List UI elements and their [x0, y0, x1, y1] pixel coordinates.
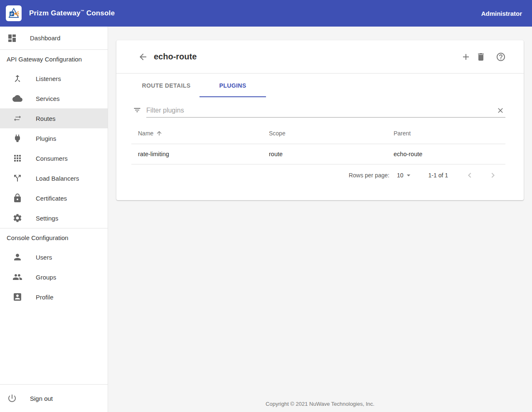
plugins-table: Name Scope Parent rate-limiting route ec…: [131, 123, 505, 164]
app-title: Prizm Gateway™ Console: [29, 9, 115, 17]
rows-per-page-select[interactable]: 10: [397, 171, 413, 179]
swap-arrows-icon: [12, 113, 22, 123]
sidebar-section-api-gateway: API Gateway Configuration: [0, 50, 108, 69]
sidebar-item-label: Consumers: [36, 155, 68, 162]
cell-plugin-parent: echo-route: [387, 151, 505, 157]
plug-icon: [12, 133, 22, 143]
delete-route-button[interactable]: [476, 52, 486, 62]
current-user-label[interactable]: Administrator: [481, 10, 522, 17]
sidebar-item-label: Users: [36, 254, 52, 261]
sidebar-item-groups[interactable]: Groups: [0, 267, 108, 287]
help-icon: [496, 52, 506, 62]
chevron-right-icon: [488, 170, 498, 180]
clear-filter-button[interactable]: [495, 105, 505, 115]
sign-out-button[interactable]: Sign out: [0, 384, 108, 412]
sidebar-item-label: Routes: [36, 115, 56, 122]
table-pagination: Rows per page: 10 1-1 of 1: [116, 164, 524, 186]
page-title: echo-route: [154, 52, 197, 61]
prizm-logo-icon: P: [6, 5, 22, 21]
cloud-icon: [12, 93, 22, 103]
column-header-parent[interactable]: Parent: [387, 130, 505, 137]
chevron-left-icon: [465, 170, 475, 180]
back-button[interactable]: [138, 52, 148, 62]
merge-icon: [12, 74, 22, 83]
table-row[interactable]: rate-limiting route echo-route: [131, 144, 505, 164]
tab-bar: ROUTE DETAILS PLUGINS: [116, 74, 524, 97]
tab-route-details[interactable]: ROUTE DETAILS: [133, 74, 200, 97]
rows-per-page-value: 10: [397, 172, 404, 179]
sidebar-item-label: Listeners: [36, 75, 61, 82]
sidebar-section-console-config: Console Configuration: [0, 228, 108, 247]
sidebar-item-services[interactable]: Services: [0, 88, 108, 108]
card-header: echo-route: [116, 40, 524, 74]
sidebar-item-label: Profile: [36, 294, 54, 301]
previous-page-button[interactable]: [465, 170, 475, 180]
rows-per-page-label: Rows per page:: [349, 172, 389, 179]
contact-card-icon: [12, 292, 22, 302]
sidebar-item-label: Plugins: [36, 135, 56, 142]
trash-icon: [476, 52, 486, 62]
filter-icon: [133, 106, 141, 114]
cell-plugin-name: rate-limiting: [131, 151, 262, 157]
gear-icon: [12, 213, 22, 223]
sort-ascending-icon: [156, 130, 163, 137]
sidebar-item-consumers[interactable]: Consumers: [0, 148, 108, 168]
add-plugin-button[interactable]: [461, 52, 471, 62]
sidebar-item-profile[interactable]: Profile: [0, 287, 108, 307]
filter-plugins-input[interactable]: [146, 105, 495, 116]
sidebar-item-label: Dashboard: [30, 34, 60, 42]
column-header-scope[interactable]: Scope: [262, 130, 387, 137]
sidebar-item-label: Certificates: [36, 195, 67, 202]
sidebar-item-plugins[interactable]: Plugins: [0, 128, 108, 148]
sidebar-item-users[interactable]: Users: [0, 247, 108, 267]
sidebar-item-dashboard[interactable]: Dashboard: [0, 27, 108, 50]
pagination-range: 1-1 of 1: [429, 172, 448, 179]
main-content: echo-route ROUTE DETAILS PLUGINS: [108, 27, 532, 412]
lock-icon: [12, 193, 22, 203]
power-icon: [7, 393, 17, 403]
sidebar-item-listeners[interactable]: Listeners: [0, 69, 108, 88]
dropdown-arrow-icon: [404, 171, 413, 179]
sidebar-item-label: Services: [36, 95, 60, 102]
cell-plugin-scope: route: [262, 151, 387, 157]
svg-text:P: P: [10, 12, 13, 16]
dashboard-icon: [7, 33, 17, 43]
back-arrow-icon: [138, 52, 148, 62]
apps-grid-icon: [12, 153, 22, 163]
close-icon: [496, 106, 505, 115]
sidebar-item-label: Settings: [36, 215, 58, 222]
sidebar-item-certificates[interactable]: Certificates: [0, 188, 108, 208]
sidebar-item-load-balancers[interactable]: Load Balancers: [0, 168, 108, 188]
next-page-button[interactable]: [488, 170, 498, 180]
person-icon: [12, 252, 22, 262]
table-header-row: Name Scope Parent: [131, 123, 505, 144]
app-bar: P Prizm Gateway™ Console Administrator: [0, 0, 532, 27]
column-header-name[interactable]: Name: [131, 130, 262, 137]
route-detail-card: echo-route ROUTE DETAILS PLUGINS: [116, 40, 524, 200]
filter-bar: [133, 102, 505, 118]
split-icon: [12, 173, 22, 183]
trademark-symbol: ™: [81, 9, 84, 13]
sidebar-item-label: Groups: [36, 274, 56, 281]
sign-out-label: Sign out: [30, 395, 53, 402]
people-icon: [12, 272, 22, 282]
sidebar-item-settings[interactable]: Settings: [0, 208, 108, 228]
copyright-footer: Copyright © 2021 NuWave Technologies, In…: [108, 401, 532, 407]
plus-icon: [461, 52, 471, 62]
sidebar-item-routes[interactable]: Routes: [0, 108, 108, 128]
tab-plugins[interactable]: PLUGINS: [200, 74, 266, 97]
help-button[interactable]: [496, 52, 506, 62]
sidebar: Dashboard API Gateway Configuration List…: [0, 27, 108, 412]
sidebar-item-label: Load Balancers: [36, 175, 79, 182]
